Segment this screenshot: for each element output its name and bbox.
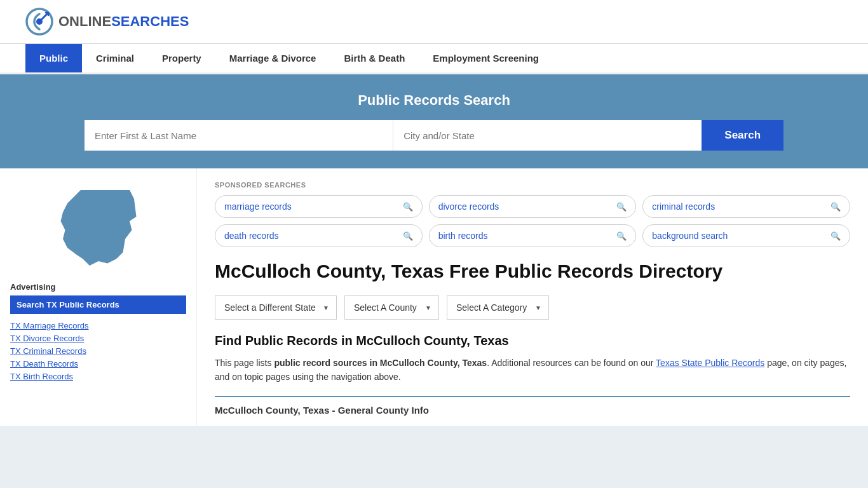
county-dropdown[interactable]: Select A County (344, 295, 439, 320)
logo-online: ONLINE (58, 13, 111, 29)
category-dropdown-wrapper: Select A Category (447, 295, 549, 320)
state-dropdown[interactable]: Select a Different State (215, 295, 337, 320)
sidebar-link-divorce[interactable]: TX Divorce Records (10, 334, 84, 343)
pill-marriage-label: marriage records (224, 201, 292, 212)
sidebar-link-marriage[interactable]: TX Marriage Records (10, 321, 89, 330)
state-dropdown-wrapper: Select a Different State (215, 295, 337, 320)
sidebar-link-item: TX Criminal Records (10, 346, 186, 356)
search-icon: 🔍 (831, 231, 841, 241)
texas-map (10, 181, 186, 272)
sidebar-link-item: TX Death Records (10, 358, 186, 369)
pill-background-label: background search (652, 231, 728, 241)
nav-marriage-divorce[interactable]: Marriage & Divorce (215, 44, 330, 72)
find-desc-bold: public record sources in McCulloch Count… (274, 358, 487, 368)
nav-public[interactable]: Public (25, 44, 82, 72)
main-container: Advertising Search TX Public Records TX … (0, 168, 868, 426)
nav-criminal[interactable]: Criminal (82, 44, 148, 72)
dropdowns-row: Select a Different State Select A County… (215, 295, 850, 320)
pill-criminal-label: criminal records (652, 201, 715, 212)
main-nav: Public Criminal Property Marriage & Divo… (0, 44, 868, 74)
find-section-title: Find Public Records in McCulloch County,… (215, 334, 850, 348)
sidebar-link-criminal[interactable]: TX Criminal Records (10, 346, 86, 356)
sponsored-label: SPONSORED SEARCHES (215, 181, 850, 189)
pill-birth-label: birth records (438, 231, 488, 241)
search-icon: 🔍 (831, 202, 841, 212)
pill-death[interactable]: death records 🔍 (215, 224, 423, 247)
category-dropdown[interactable]: Select A Category (447, 295, 549, 320)
pill-criminal[interactable]: criminal records 🔍 (642, 195, 850, 218)
logo-searches: SEARCHES (111, 13, 189, 29)
sidebar-link-item: TX Birth Records (10, 371, 186, 381)
name-input[interactable] (85, 120, 393, 151)
pill-background[interactable]: background search 🔍 (642, 224, 850, 247)
nav-property[interactable]: Property (148, 44, 215, 72)
nav-employment[interactable]: Employment Screening (419, 44, 553, 72)
advertising-label: Advertising (10, 282, 186, 292)
pill-divorce-label: divorce records (438, 201, 499, 212)
pill-marriage[interactable]: marriage records 🔍 (215, 195, 423, 218)
search-icon: 🔍 (616, 231, 627, 241)
county-title: McCulloch County, Texas Free Public Reco… (215, 260, 850, 283)
texas-state-link[interactable]: Texas State Public Records (656, 358, 764, 368)
logo: ONLINESEARCHES (25, 8, 189, 36)
sidebar-link-item: TX Marriage Records (10, 320, 186, 330)
texas-state-shape (54, 181, 143, 270)
sidebar-links: TX Marriage Records TX Divorce Records T… (10, 320, 186, 381)
sidebar: Advertising Search TX Public Records TX … (0, 168, 197, 426)
search-form: Search (85, 120, 783, 151)
search-button[interactable]: Search (702, 120, 783, 151)
sidebar-link-birth[interactable]: TX Birth Records (10, 372, 73, 381)
sidebar-link-item: TX Divorce Records (10, 333, 186, 343)
search-icon: 🔍 (616, 202, 627, 212)
search-banner-title: Public Records Search (25, 92, 843, 109)
general-info-title: McCulloch County, Texas - General County… (215, 396, 850, 416)
ad-button[interactable]: Search TX Public Records (10, 295, 186, 314)
search-banner: Public Records Search Search (0, 74, 868, 168)
pill-divorce[interactable]: divorce records 🔍 (429, 195, 637, 218)
location-input[interactable] (393, 120, 702, 151)
logo-text: ONLINESEARCHES (58, 13, 189, 30)
content-area: SPONSORED SEARCHES marriage records 🔍 di… (197, 168, 868, 426)
pill-death-label: death records (224, 231, 279, 241)
search-icon: 🔍 (403, 231, 413, 241)
pill-birth[interactable]: birth records 🔍 (429, 224, 637, 247)
header: ONLINESEARCHES (0, 0, 868, 44)
logo-icon (25, 8, 53, 36)
pill-grid: marriage records 🔍 divorce records 🔍 cri… (215, 195, 850, 247)
county-dropdown-wrapper: Select A County (344, 295, 439, 320)
find-section-desc: This page lists public record sources in… (215, 356, 850, 384)
sidebar-link-death[interactable]: TX Death Records (10, 359, 78, 369)
find-desc-plain: This page lists (215, 358, 274, 368)
search-icon: 🔍 (403, 202, 413, 212)
nav-birth-death[interactable]: Birth & Death (330, 44, 419, 72)
find-desc-after: . Additional resources can be found on o… (487, 358, 656, 368)
